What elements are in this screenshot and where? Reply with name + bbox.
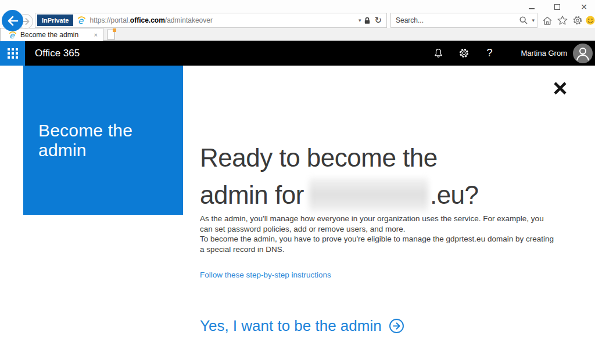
new-tab-dot — [113, 28, 116, 32]
dns-proof-paragraph: To become the admin, you have to prove y… — [200, 234, 557, 254]
window-maximize-button[interactable] — [552, 2, 562, 12]
notifications-button[interactable] — [426, 41, 451, 66]
inprivate-badge: InPrivate — [37, 15, 73, 26]
search-dropdown-caret-icon[interactable]: ▾ — [529, 17, 537, 23]
bell-icon — [433, 48, 444, 59]
browser-chrome: ✕ InPrivate e https://portal.office.com/… — [0, 0, 595, 28]
url-dropdown-caret-icon[interactable]: ▾ — [356, 17, 364, 23]
person-icon — [573, 44, 593, 63]
back-button[interactable] — [2, 10, 23, 31]
ssl-lock-icon — [363, 16, 371, 25]
window-minimize-button[interactable] — [526, 2, 537, 12]
url-text: https://portal.office.com/admintakeover — [89, 16, 212, 24]
redacted-domain-blur — [309, 178, 428, 214]
star-icon — [557, 15, 568, 26]
search-input[interactable] — [391, 16, 518, 24]
arrow-right-circle-icon — [389, 318, 404, 334]
panel-close-icon — [553, 81, 568, 96]
maximize-icon — [554, 4, 560, 10]
suite-bar-right: ? Martina Grom — [426, 41, 595, 66]
close-icon: ✕ — [580, 3, 587, 11]
search-box[interactable]: ▾ — [390, 13, 537, 28]
address-bar[interactable]: InPrivate e https://portal.office.com/ad… — [35, 13, 387, 28]
feedback-smiley-button[interactable] — [585, 15, 595, 26]
settings-button[interactable] — [572, 15, 583, 26]
page-title: Ready to become the admin for.eu? — [200, 139, 572, 214]
tab-close-icon[interactable]: × — [93, 31, 99, 38]
title-line2-prefix: admin for — [200, 181, 304, 209]
page-content: Become the admin Ready to become the adm… — [0, 66, 595, 364]
avatar[interactable] — [573, 44, 593, 63]
home-button[interactable] — [542, 15, 553, 26]
tab-title: Become the admin — [20, 31, 89, 39]
url-prefix: https://portal. — [89, 16, 130, 24]
main-panel: Ready to become the admin for.eu? As the… — [200, 139, 572, 335]
office-365-brand[interactable]: Office 365 — [35, 41, 80, 66]
favorites-button[interactable] — [557, 15, 568, 26]
gear-icon — [572, 15, 583, 26]
waffle-icon — [8, 48, 18, 59]
home-icon — [542, 16, 553, 26]
new-tab-button[interactable] — [107, 30, 115, 39]
become-admin-tile: Become the admin — [23, 66, 183, 215]
panel-close-button[interactable] — [551, 79, 569, 98]
title-line2-suffix: .eu? — [430, 181, 479, 209]
tile-title: Become the admin — [38, 121, 183, 160]
ie-tab-favicon: e — [8, 31, 17, 39]
ie-site-icon: e — [77, 16, 86, 25]
smiley-icon — [585, 15, 595, 26]
search-icon[interactable] — [518, 16, 529, 25]
app-launcher-button[interactable] — [0, 41, 25, 66]
step-by-step-instructions-link[interactable]: Follow these step-by-step instructions — [200, 271, 331, 279]
url-domain: office.com — [130, 16, 165, 24]
confirm-admin-label: Yes, I want to be the admin — [200, 317, 382, 335]
help-button[interactable]: ? — [477, 41, 503, 66]
admin-description-paragraph: As the admin, you'll manage how everyone… — [200, 214, 557, 234]
browser-window: ✕ InPrivate e https://portal.office.com/… — [0, 0, 595, 364]
confirm-admin-link[interactable]: Yes, I want to be the admin — [200, 317, 572, 335]
back-arrow-icon — [6, 14, 20, 28]
window-close-button[interactable]: ✕ — [579, 2, 589, 12]
help-icon: ? — [487, 47, 493, 59]
suite-settings-button[interactable] — [451, 41, 477, 66]
user-name[interactable]: Martina Grom — [521, 49, 567, 57]
url-path: /admintakeover — [165, 16, 213, 24]
title-line1: Ready to become the — [200, 143, 438, 172]
suite-gear-icon — [458, 48, 469, 59]
refresh-button[interactable]: ↻ — [371, 15, 386, 26]
minimize-icon — [529, 8, 535, 9]
